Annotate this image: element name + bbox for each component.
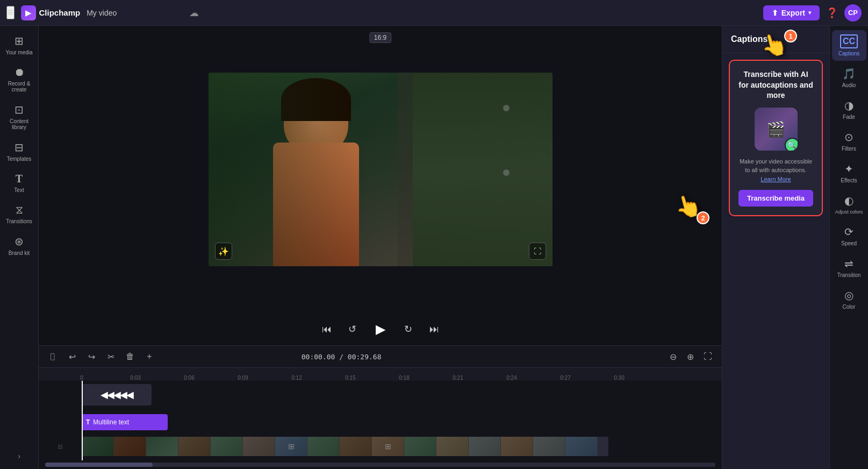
- sidebar-label-record: Record & create: [4, 81, 34, 93]
- timeline-scrollbar[interactable]: [45, 463, 715, 467]
- zoom-in-button[interactable]: ⊕: [683, 349, 698, 364]
- rt-label-adjust-colors: Adjust colors: [835, 209, 863, 215]
- filters-rt-icon: ⊙: [844, 131, 853, 144]
- ruler-mark-9: 0:09: [238, 375, 248, 381]
- right-toolbar: CC Captions 🎵 Audio ◑ Fade ⊙ Filters ✦ E…: [829, 26, 868, 469]
- redo-button[interactable]: ↪: [84, 349, 99, 364]
- rt-item-transition[interactable]: ⇌ Transition: [832, 253, 866, 282]
- transitions-sidebar-icon: ⧖: [16, 204, 23, 216]
- arrows-clip[interactable]: ◀◀◀◀◀: [82, 384, 152, 406]
- color-rt-icon: ◎: [844, 289, 853, 302]
- rt-item-filters[interactable]: ⊙ Filters: [832, 126, 866, 156]
- video-track-expand[interactable]: ⊡: [58, 444, 62, 450]
- skip-to-start-button[interactable]: ⏮: [318, 321, 335, 338]
- templates-icon: ⊟: [15, 141, 24, 154]
- transition-rt-icon: ⇌: [844, 257, 853, 270]
- fast-forward-button[interactable]: ↻: [400, 321, 417, 338]
- ruler-mark-15: 0:15: [345, 375, 355, 381]
- cut-button[interactable]: ✂: [103, 349, 118, 364]
- record-icon: ⏺: [14, 66, 25, 79]
- ruler-mark-18: 0:18: [399, 375, 409, 381]
- split-button[interactable]: ⌷: [45, 349, 60, 364]
- sidebar-label-content: Content library: [4, 118, 34, 130]
- undo-button[interactable]: ↩: [64, 349, 80, 364]
- topbar: ≡ ▶ Clipchamp ☁ ⬆ Export ▾ ❓ CP: [0, 0, 868, 26]
- hamburger-menu[interactable]: ≡: [6, 6, 15, 19]
- sidebar-label-templates: Templates: [7, 156, 32, 162]
- captions-card-title: Transcribe with AI for autocaptions and …: [738, 69, 813, 101]
- rt-label-speed: Speed: [841, 240, 857, 246]
- sidebar-label-your-media: Your media: [5, 49, 32, 55]
- cloud-save-icon: ☁: [189, 7, 199, 19]
- content-library-icon: ⊡: [15, 103, 24, 116]
- add-media-button[interactable]: +: [142, 349, 157, 364]
- timeline-tracks[interactable]: ◀◀◀◀◀ T Multiline text: [39, 381, 722, 460]
- app-name: Clipchamp: [39, 8, 81, 17]
- video-track-clip[interactable]: ⊞ ⊞: [82, 437, 608, 456]
- video-frame-inner: [209, 73, 553, 266]
- track-row-text: T Multiline text: [39, 409, 722, 432]
- sidebar-item-your-media[interactable]: ⊞ Your media: [2, 30, 37, 60]
- skip-to-end-button[interactable]: ⏭: [426, 321, 443, 338]
- transcribe-media-button[interactable]: Transcribe media: [738, 190, 813, 207]
- learn-more-link[interactable]: Learn More: [761, 176, 791, 182]
- rt-item-effects[interactable]: ✦ Effects: [832, 158, 866, 188]
- export-button[interactable]: ⬆ Export ▾: [763, 5, 820, 20]
- sidebar-label-text: Text: [14, 187, 24, 193]
- sidebar-item-transitions[interactable]: ⧖ Transitions: [2, 200, 37, 229]
- timeline-scroll-thumb[interactable]: [45, 463, 153, 467]
- rt-item-color[interactable]: ◎ Color: [832, 285, 866, 314]
- captions-card: Transcribe with AI for autocaptions and …: [729, 60, 823, 216]
- sidebar-item-record-create[interactable]: ⏺ Record & create: [2, 62, 37, 97]
- app-logo: ▶ Clipchamp: [21, 5, 81, 20]
- rt-label-transition: Transition: [837, 272, 861, 278]
- video-preview-area: 16:9: [39, 26, 722, 313]
- text-track-label: Multiline text: [93, 418, 129, 426]
- rt-label-color: Color: [843, 304, 856, 310]
- rt-label-captions: Captions: [838, 51, 859, 56]
- rt-label-audio: Audio: [842, 82, 856, 88]
- fullscreen-button[interactable]: ⛶: [529, 243, 546, 260]
- timeline-area: ⌷ ↩ ↪ ✂ 🗑 + 00:00.00 / 00:29.68 ⊖ ⊕ ⛶ 0 …: [39, 345, 722, 469]
- ruler-mark-27: 0:27: [560, 375, 570, 381]
- aspect-ratio-badge[interactable]: 16:9: [369, 32, 391, 43]
- left-sidebar: ⊞ Your media ⏺ Record & create ⊡ Content…: [0, 26, 39, 469]
- rewind-button[interactable]: ↺: [344, 321, 361, 338]
- video-frame: ✨ ⛶: [209, 73, 553, 266]
- sidebar-label-brand-kit: Brand kit: [9, 250, 30, 256]
- brand-kit-icon: ⊛: [15, 235, 24, 248]
- delete-button[interactable]: 🗑: [123, 349, 138, 364]
- sidebar-item-content-library[interactable]: ⊡ Content library: [2, 99, 37, 134]
- avatar[interactable]: CP: [844, 4, 862, 22]
- rt-item-adjust-colors[interactable]: ◐ Adjust colors: [832, 190, 866, 219]
- rt-item-speed[interactable]: ⟳ Speed: [832, 221, 866, 251]
- ruler-mark-30: 0:30: [614, 375, 624, 381]
- sidebar-item-templates[interactable]: ⊟ Templates: [2, 137, 37, 166]
- ruler-mark-12: 0:12: [291, 375, 302, 381]
- your-media-icon: ⊞: [15, 34, 24, 47]
- expand-timeline-button[interactable]: ⛶: [700, 349, 715, 364]
- rt-item-captions[interactable]: CC Captions: [832, 30, 866, 61]
- text-track-clip[interactable]: T Multiline text: [82, 414, 168, 430]
- text-icon: T: [16, 173, 23, 185]
- help-icon[interactable]: ❓: [826, 7, 838, 19]
- play-pause-button[interactable]: ▶: [370, 318, 391, 340]
- video-title-input[interactable]: [87, 9, 181, 17]
- ruler-mark-0: 0: [80, 375, 83, 381]
- rt-label-filters: Filters: [842, 146, 856, 152]
- rt-item-fade[interactable]: ◑ Fade: [832, 95, 866, 124]
- audio-rt-icon: 🎵: [842, 67, 856, 80]
- captions-panel-title: Captions: [722, 26, 829, 53]
- zoom-out-button[interactable]: ⊖: [666, 349, 681, 364]
- sidebar-expand-icon[interactable]: ›: [18, 452, 20, 460]
- ruler-mark-6: 0:06: [184, 375, 194, 381]
- logo-icon: ▶: [21, 5, 36, 20]
- track-row-arrows: ◀◀◀◀◀: [39, 381, 722, 409]
- sidebar-item-brand-kit[interactable]: ⊛ Brand kit: [2, 231, 37, 260]
- magic-wand-button[interactable]: ✨: [215, 243, 232, 260]
- sidebar-item-text[interactable]: T Text: [2, 168, 37, 197]
- ruler-mark-21: 0:21: [453, 375, 463, 381]
- playback-controls: ⏮ ↺ ▶ ↻ ⏭: [39, 313, 722, 345]
- rt-item-audio[interactable]: 🎵 Audio: [832, 63, 866, 93]
- time-display: 00:00.00 / 00:29.68: [302, 353, 382, 361]
